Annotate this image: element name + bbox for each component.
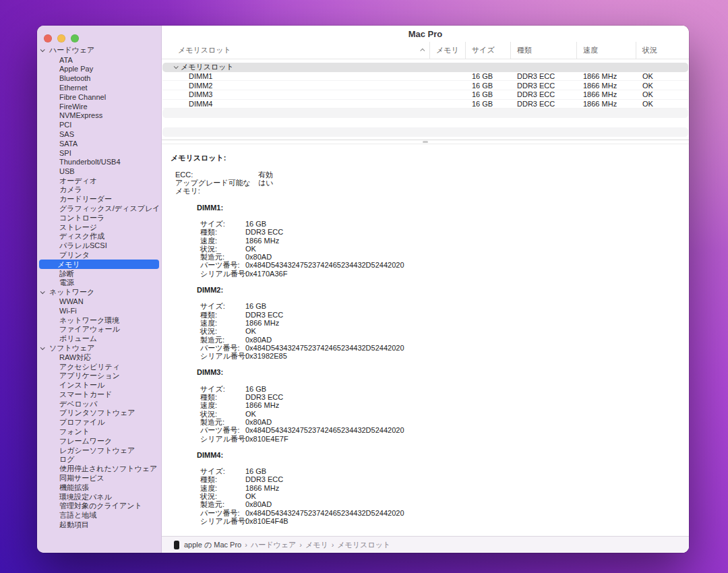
sidebar-item-同期サービス[interactable]: 同期サービス [39, 474, 159, 483]
sidebar-item-フレームワーク[interactable]: フレームワーク [39, 436, 159, 446]
zoom-button[interactable] [71, 34, 79, 42]
detail-field-row: パーツ番号: 0x484D54343247523742465234432D524… [200, 509, 689, 517]
detail-field-row: 状況: OK [200, 327, 689, 335]
sidebar-item-起動項目[interactable]: 起動項目 [39, 520, 159, 530]
sidebar-item-SPI[interactable]: SPI [39, 148, 159, 158]
sidebar-item-ログ[interactable]: ログ [39, 455, 159, 464]
sidebar-item-パラレルSCSI[interactable]: パラレルSCSI [39, 241, 159, 251]
breadcrumb-separator: › [299, 541, 302, 549]
breadcrumb-item: ハードウェア [251, 541, 296, 549]
sidebar-item-デベロッパ[interactable]: デベロッパ [39, 399, 159, 409]
sidebar-item-グラフィックス/ディスプレイ[interactable]: グラフィックス/ディスプレイ [39, 204, 159, 214]
window-title: Mac Pro [408, 29, 443, 39]
sidebar-item-フォント[interactable]: フォント [39, 427, 159, 437]
table-row-DIMM4[interactable]: DIMM4 16 GB DDR3 ECC 1866 MHz OK [162, 100, 688, 109]
breadcrumb: ›ハードウェア›メモリ›メモリスロット [241, 540, 390, 550]
sidebar-item-アクセシビリティ[interactable]: アクセシビリティ [39, 362, 159, 371]
sidebar-item-レガシーソフトウェア[interactable]: レガシーソフトウェア [39, 446, 159, 455]
close-button[interactable] [44, 34, 52, 42]
sidebar-item-カードリーダー[interactable]: カードリーダー [39, 195, 159, 204]
sidebar-item-使用停止されたソフトウェア[interactable]: 使用停止されたソフトウェア [39, 464, 159, 474]
status-bar: apple の Mac Pro ›ハードウェア›メモリ›メモリスロット [162, 536, 689, 553]
sidebar-item-ファイアウォール[interactable]: ファイアウォール [39, 325, 159, 334]
column-header-size[interactable]: サイズ [465, 42, 510, 59]
detail-pane: メモリスロット: ECC: 有効 アップグレード可能なメモリ: はい DIMM1… [162, 144, 689, 537]
chevron-down-icon [40, 345, 45, 350]
detail-field-row: 種類: DDR3 ECC [200, 393, 689, 401]
sidebar-group-ハードウェア[interactable]: ハードウェア [37, 46, 161, 55]
table-row-DIMM3[interactable]: DIMM3 16 GB DDR3 ECC 1866 MHz OK [162, 90, 688, 100]
table-row-DIMM1[interactable]: DIMM1 16 GB DDR3 ECC 1866 MHz OK [162, 72, 688, 82]
detail-field-row: パーツ番号: 0x484D54343247523742465234432D524… [200, 261, 689, 269]
chevron-down-icon [40, 48, 45, 53]
sidebar-item-Bluetooth[interactable]: Bluetooth [39, 73, 159, 83]
sidebar-item-FireWire[interactable]: FireWire [39, 102, 159, 111]
sidebar-item-Thunderbolt/USB4[interactable]: Thunderbolt/USB4 [39, 158, 159, 167]
detail-field-row: 種類: DDR3 ECC [200, 475, 689, 483]
sidebar-item-アプリケーション[interactable]: アプリケーション [39, 371, 159, 381]
sidebar-item-RAW対応[interactable]: RAW対応 [39, 353, 159, 362]
sidebar-item-SATA[interactable]: SATA [39, 139, 159, 148]
table-row-DIMM2[interactable]: DIMM2 16 GB DDR3 ECC 1866 MHz OK [162, 81, 688, 90]
detail-field-row: 速度: 1866 MHz [200, 484, 689, 492]
sidebar-item-プリンタソフトウェア[interactable]: プリンタソフトウェア [39, 409, 159, 418]
sidebar-item-WWAN[interactable]: WWAN [39, 297, 159, 307]
title-bar[interactable]: Mac Pro [162, 26, 689, 42]
sidebar-item-ディスク作成[interactable]: ディスク作成 [39, 232, 159, 241]
sidebar-item-PCI[interactable]: PCI [39, 120, 159, 129]
sidebar-item-Ethernet[interactable]: Ethernet [39, 83, 159, 92]
detail-field-row: サイズ: 16 GB [200, 302, 689, 310]
detail-field-row: 製造元: 0x80AD [200, 500, 689, 508]
column-header-type[interactable]: 種類 [510, 42, 576, 59]
sidebar-item-管理対象のクライアント[interactable]: 管理対象のクライアント [39, 502, 159, 511]
dimm-detail-DIMM2: DIMM2: サイズ: 16 GB 種類: DDR3 ECC 速度: 1866 … [162, 286, 689, 360]
sidebar-item-言語と地域[interactable]: 言語と地域 [39, 511, 159, 520]
sidebar-item-コントローラ[interactable]: コントローラ [39, 213, 159, 222]
column-header-memory[interactable]: メモリ [429, 42, 465, 59]
sidebar-item-ATA[interactable]: ATA [39, 55, 159, 65]
table-rows: DIMM1 16 GB DDR3 ECC 1866 MHz OK DIMM2 1… [162, 72, 689, 109]
sidebar-item-ボリューム[interactable]: ボリューム [39, 334, 159, 344]
breadcrumb-separator: › [245, 541, 247, 549]
detail-field-row: シリアル番号: 0x810E4F4B [200, 517, 689, 525]
column-header-memory-slot[interactable]: メモリスロット [162, 42, 429, 59]
detail-summary: ECC: 有効 アップグレード可能なメモリ: はい [175, 171, 689, 195]
sidebar-item-プリンタ[interactable]: プリンタ [39, 251, 159, 260]
sidebar-item-ストレージ[interactable]: ストレージ [39, 222, 159, 232]
sidebar-item-メモリ[interactable]: メモリ [39, 260, 159, 269]
sidebar-item-カメラ[interactable]: カメラ [39, 185, 159, 195]
table-empty-row [162, 118, 689, 127]
detail-summary-row: アップグレード可能なメモリ: はい [175, 179, 689, 195]
table-group-row-memory-slot[interactable]: メモリスロット [162, 63, 688, 72]
sidebar-group-ソフトウェア[interactable]: ソフトウェア [37, 344, 161, 353]
chevron-down-icon [40, 289, 45, 294]
pane-splitter[interactable] [162, 140, 689, 144]
sidebar-item-スマートカード[interactable]: スマートカード [39, 390, 159, 399]
sidebar-item-USB[interactable]: USB [39, 167, 159, 176]
sidebar-item-Apple Pay[interactable]: Apple Pay [39, 65, 159, 74]
window-controls [37, 26, 161, 42]
dimm-detail-blocks: DIMM1: サイズ: 16 GB 種類: DDR3 ECC 速度: 1866 … [162, 204, 689, 526]
minimize-button[interactable] [57, 34, 65, 42]
sidebar-item-機能拡張[interactable]: 機能拡張 [39, 483, 159, 492]
sidebar-group-ネットワーク[interactable]: ネットワーク [37, 288, 161, 297]
sidebar-item-環境設定パネル[interactable]: 環境設定パネル [39, 492, 159, 502]
breadcrumb-item: メモリ [305, 541, 328, 549]
column-header-speed[interactable]: 速度 [576, 42, 636, 59]
sidebar-item-電源[interactable]: 電源 [39, 278, 159, 288]
sidebar-item-プロファイル[interactable]: プロファイル [39, 418, 159, 427]
column-header-status[interactable]: 状況 [636, 42, 689, 59]
sidebar-item-オーディオ[interactable]: オーディオ [39, 176, 159, 185]
detail-heading: メモリスロット: [171, 154, 689, 162]
sidebar-item-ネットワーク環境[interactable]: ネットワーク環境 [39, 315, 159, 325]
detail-field-row: 状況: OK [200, 492, 689, 500]
breadcrumb-separator: › [332, 541, 334, 549]
splitter-handle-icon [423, 141, 428, 143]
sidebar-item-NVMExpress[interactable]: NVMExpress [39, 111, 159, 121]
sidebar-item-SAS[interactable]: SAS [39, 129, 159, 139]
sidebar-item-Fibre Channel[interactable]: Fibre Channel [39, 92, 159, 102]
detail-field-row: シリアル番号: 0x4170A36F [200, 270, 689, 278]
sidebar-item-診断[interactable]: 診断 [39, 269, 159, 278]
sidebar-item-Wi-Fi[interactable]: Wi-Fi [39, 306, 159, 315]
sidebar-item-インストール[interactable]: インストール [39, 381, 159, 390]
